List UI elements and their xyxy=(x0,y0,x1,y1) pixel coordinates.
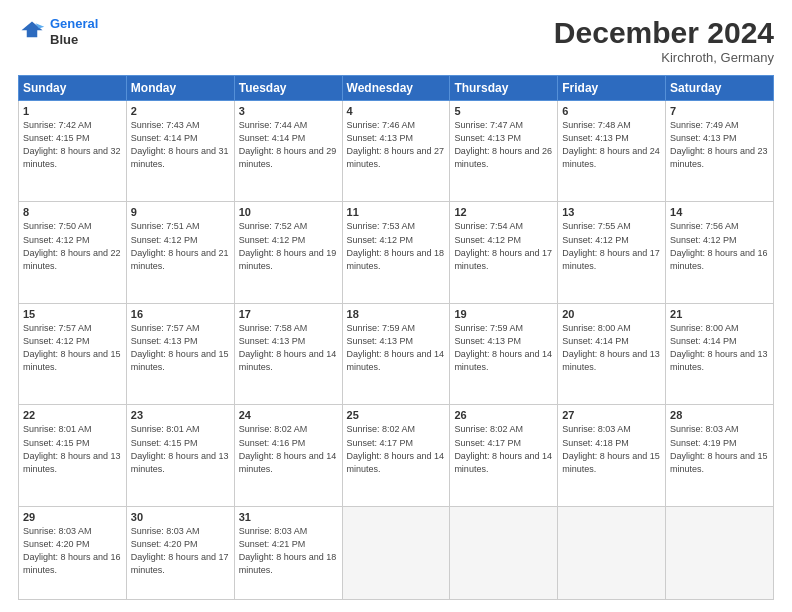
calendar-cell: 20 Sunrise: 8:00 AMSunset: 4:14 PMDaylig… xyxy=(558,303,666,404)
calendar-cell: 23 Sunrise: 8:01 AMSunset: 4:15 PMDaylig… xyxy=(126,405,234,506)
day-number: 23 xyxy=(131,409,230,421)
day-number: 19 xyxy=(454,308,553,320)
calendar-cell: 22 Sunrise: 8:01 AMSunset: 4:15 PMDaylig… xyxy=(19,405,127,506)
title-block: December 2024 Kirchroth, Germany xyxy=(554,16,774,65)
weekday-header-thursday: Thursday xyxy=(450,76,558,101)
calendar-cell: 26 Sunrise: 8:02 AMSunset: 4:17 PMDaylig… xyxy=(450,405,558,506)
day-number: 22 xyxy=(23,409,122,421)
calendar-cell: 16 Sunrise: 7:57 AMSunset: 4:13 PMDaylig… xyxy=(126,303,234,404)
day-info: Sunrise: 7:53 AMSunset: 4:12 PMDaylight:… xyxy=(347,221,445,270)
calendar-cell: 11 Sunrise: 7:53 AMSunset: 4:12 PMDaylig… xyxy=(342,202,450,303)
day-info: Sunrise: 8:03 AMSunset: 4:20 PMDaylight:… xyxy=(23,526,121,575)
day-info: Sunrise: 8:02 AMSunset: 4:17 PMDaylight:… xyxy=(454,424,552,473)
calendar-cell: 7 Sunrise: 7:49 AMSunset: 4:13 PMDayligh… xyxy=(666,101,774,202)
calendar-cell xyxy=(342,506,450,599)
logo: General Blue xyxy=(18,16,98,47)
page: General Blue December 2024 Kirchroth, Ge… xyxy=(0,0,792,612)
calendar-cell: 8 Sunrise: 7:50 AMSunset: 4:12 PMDayligh… xyxy=(19,202,127,303)
calendar-cell: 4 Sunrise: 7:46 AMSunset: 4:13 PMDayligh… xyxy=(342,101,450,202)
day-number: 14 xyxy=(670,206,769,218)
day-info: Sunrise: 7:59 AMSunset: 4:13 PMDaylight:… xyxy=(454,323,552,372)
logo-icon xyxy=(18,18,46,46)
weekday-header-friday: Friday xyxy=(558,76,666,101)
calendar-cell: 14 Sunrise: 7:56 AMSunset: 4:12 PMDaylig… xyxy=(666,202,774,303)
day-info: Sunrise: 8:03 AMSunset: 4:20 PMDaylight:… xyxy=(131,526,229,575)
calendar-cell xyxy=(450,506,558,599)
day-number: 1 xyxy=(23,105,122,117)
day-info: Sunrise: 7:48 AMSunset: 4:13 PMDaylight:… xyxy=(562,120,660,169)
day-number: 8 xyxy=(23,206,122,218)
calendar-table: SundayMondayTuesdayWednesdayThursdayFrid… xyxy=(18,75,774,600)
day-info: Sunrise: 7:52 AMSunset: 4:12 PMDaylight:… xyxy=(239,221,337,270)
day-number: 6 xyxy=(562,105,661,117)
day-number: 28 xyxy=(670,409,769,421)
day-info: Sunrise: 7:56 AMSunset: 4:12 PMDaylight:… xyxy=(670,221,768,270)
day-number: 25 xyxy=(347,409,446,421)
calendar-cell: 5 Sunrise: 7:47 AMSunset: 4:13 PMDayligh… xyxy=(450,101,558,202)
day-info: Sunrise: 7:47 AMSunset: 4:13 PMDaylight:… xyxy=(454,120,552,169)
day-info: Sunrise: 7:57 AMSunset: 4:13 PMDaylight:… xyxy=(131,323,229,372)
day-number: 2 xyxy=(131,105,230,117)
calendar-cell xyxy=(558,506,666,599)
day-info: Sunrise: 7:50 AMSunset: 4:12 PMDaylight:… xyxy=(23,221,121,270)
day-info: Sunrise: 7:57 AMSunset: 4:12 PMDaylight:… xyxy=(23,323,121,372)
day-number: 12 xyxy=(454,206,553,218)
day-number: 27 xyxy=(562,409,661,421)
calendar-cell: 30 Sunrise: 8:03 AMSunset: 4:20 PMDaylig… xyxy=(126,506,234,599)
day-number: 4 xyxy=(347,105,446,117)
day-number: 16 xyxy=(131,308,230,320)
calendar-cell: 25 Sunrise: 8:02 AMSunset: 4:17 PMDaylig… xyxy=(342,405,450,506)
calendar-cell: 24 Sunrise: 8:02 AMSunset: 4:16 PMDaylig… xyxy=(234,405,342,506)
day-number: 5 xyxy=(454,105,553,117)
calendar-cell: 27 Sunrise: 8:03 AMSunset: 4:18 PMDaylig… xyxy=(558,405,666,506)
day-info: Sunrise: 8:01 AMSunset: 4:15 PMDaylight:… xyxy=(131,424,229,473)
day-info: Sunrise: 8:00 AMSunset: 4:14 PMDaylight:… xyxy=(562,323,660,372)
svg-marker-0 xyxy=(22,21,43,37)
day-info: Sunrise: 7:42 AMSunset: 4:15 PMDaylight:… xyxy=(23,120,121,169)
logo-text: General Blue xyxy=(50,16,98,47)
weekday-header-tuesday: Tuesday xyxy=(234,76,342,101)
calendar-cell: 12 Sunrise: 7:54 AMSunset: 4:12 PMDaylig… xyxy=(450,202,558,303)
day-info: Sunrise: 7:55 AMSunset: 4:12 PMDaylight:… xyxy=(562,221,660,270)
day-number: 9 xyxy=(131,206,230,218)
day-info: Sunrise: 8:03 AMSunset: 4:19 PMDaylight:… xyxy=(670,424,768,473)
calendar-cell: 17 Sunrise: 7:58 AMSunset: 4:13 PMDaylig… xyxy=(234,303,342,404)
day-info: Sunrise: 7:46 AMSunset: 4:13 PMDaylight:… xyxy=(347,120,445,169)
day-number: 20 xyxy=(562,308,661,320)
calendar-cell: 31 Sunrise: 8:03 AMSunset: 4:21 PMDaylig… xyxy=(234,506,342,599)
day-info: Sunrise: 8:03 AMSunset: 4:21 PMDaylight:… xyxy=(239,526,337,575)
calendar-cell: 2 Sunrise: 7:43 AMSunset: 4:14 PMDayligh… xyxy=(126,101,234,202)
day-info: Sunrise: 7:43 AMSunset: 4:14 PMDaylight:… xyxy=(131,120,229,169)
day-info: Sunrise: 7:51 AMSunset: 4:12 PMDaylight:… xyxy=(131,221,229,270)
day-info: Sunrise: 8:00 AMSunset: 4:14 PMDaylight:… xyxy=(670,323,768,372)
month-title: December 2024 xyxy=(554,16,774,50)
weekday-header-wednesday: Wednesday xyxy=(342,76,450,101)
day-number: 15 xyxy=(23,308,122,320)
day-number: 29 xyxy=(23,511,122,523)
calendar-cell: 21 Sunrise: 8:00 AMSunset: 4:14 PMDaylig… xyxy=(666,303,774,404)
day-number: 30 xyxy=(131,511,230,523)
day-info: Sunrise: 8:02 AMSunset: 4:16 PMDaylight:… xyxy=(239,424,337,473)
calendar-cell: 28 Sunrise: 8:03 AMSunset: 4:19 PMDaylig… xyxy=(666,405,774,506)
day-number: 11 xyxy=(347,206,446,218)
location: Kirchroth, Germany xyxy=(554,50,774,65)
calendar-cell: 9 Sunrise: 7:51 AMSunset: 4:12 PMDayligh… xyxy=(126,202,234,303)
calendar-cell: 3 Sunrise: 7:44 AMSunset: 4:14 PMDayligh… xyxy=(234,101,342,202)
calendar-cell: 29 Sunrise: 8:03 AMSunset: 4:20 PMDaylig… xyxy=(19,506,127,599)
calendar-cell: 15 Sunrise: 7:57 AMSunset: 4:12 PMDaylig… xyxy=(19,303,127,404)
weekday-header-monday: Monday xyxy=(126,76,234,101)
calendar-cell: 13 Sunrise: 7:55 AMSunset: 4:12 PMDaylig… xyxy=(558,202,666,303)
calendar-cell: 1 Sunrise: 7:42 AMSunset: 4:15 PMDayligh… xyxy=(19,101,127,202)
calendar-cell: 10 Sunrise: 7:52 AMSunset: 4:12 PMDaylig… xyxy=(234,202,342,303)
day-info: Sunrise: 7:54 AMSunset: 4:12 PMDaylight:… xyxy=(454,221,552,270)
day-info: Sunrise: 8:02 AMSunset: 4:17 PMDaylight:… xyxy=(347,424,445,473)
day-number: 18 xyxy=(347,308,446,320)
day-info: Sunrise: 7:49 AMSunset: 4:13 PMDaylight:… xyxy=(670,120,768,169)
calendar-cell: 19 Sunrise: 7:59 AMSunset: 4:13 PMDaylig… xyxy=(450,303,558,404)
day-number: 7 xyxy=(670,105,769,117)
weekday-header-saturday: Saturday xyxy=(666,76,774,101)
day-info: Sunrise: 8:01 AMSunset: 4:15 PMDaylight:… xyxy=(23,424,121,473)
weekday-header-sunday: Sunday xyxy=(19,76,127,101)
day-info: Sunrise: 7:59 AMSunset: 4:13 PMDaylight:… xyxy=(347,323,445,372)
day-info: Sunrise: 7:44 AMSunset: 4:14 PMDaylight:… xyxy=(239,120,337,169)
